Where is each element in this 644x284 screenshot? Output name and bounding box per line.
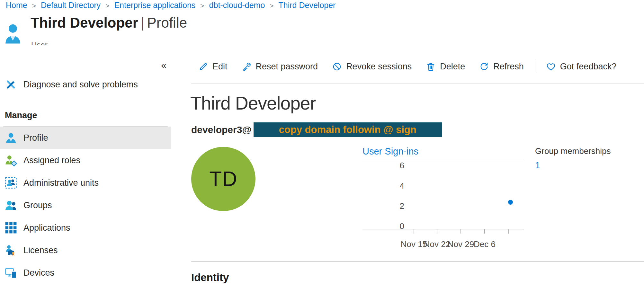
trash-icon [426,62,436,72]
tools-icon [5,78,17,91]
grid-icon [5,222,17,234]
edit-button[interactable]: Edit [191,62,235,72]
revoke-sessions-button-label: Revoke sessions [346,62,412,72]
y-axis-tick-label: 2 [362,201,404,211]
got-feedback-button-label: Got feedback? [560,62,617,72]
breadcrumb-separator: > [270,1,273,10]
group-memberships-widget: Group memberships 1 [535,146,611,171]
edit-button-label: Edit [212,62,228,72]
user-avatar-icon [4,22,21,44]
x-axis-tick [414,229,414,234]
sidebar-collapse-button[interactable]: « [161,60,166,70]
sidebar: « Diagnose and solve problems Manage Pro… [0,45,171,284]
page-title: Third Developer|Profile [31,15,187,31]
x-axis-tick [437,229,437,234]
breadcrumb-enterprise-applications[interactable]: Enterprise applications [114,1,195,10]
delete-button-label: Delete [440,62,465,72]
page-title-view: Profile [147,15,187,31]
refresh-icon [479,62,489,72]
reset-password-button-label: Reset password [256,62,318,72]
pencil-icon [198,62,208,72]
x-axis-tick [484,229,485,234]
sidebar-item-label: Administrative units [23,178,99,188]
sidebar-item-label: Groups [23,200,52,210]
x-axis-tick [508,229,509,234]
sidebar-item-label: Devices [23,268,54,278]
identity-section-heading: Identity [191,271,229,284]
sidebar-item-label: Assigned roles [23,155,80,165]
sidebar-item-administrative-units[interactable]: Administrative units [0,172,171,194]
breadcrumb-separator: > [200,1,204,10]
page-title-name: Third Developer [31,15,138,31]
x-axis-tick-label: Dec 6 [474,239,496,249]
page-title-separator: | [138,15,147,31]
key-icon [242,62,252,72]
refresh-button-label: Refresh [493,62,524,72]
y-axis-tick-label: 4 [362,181,404,191]
refresh-button[interactable]: Refresh [472,62,531,72]
sidebar-item-applications[interactable]: Applications [0,217,171,239]
command-bar: Edit Reset password Revoke sessions Dele… [191,58,644,75]
section-divider [191,261,644,262]
x-axis-tick-label: Nov 22 [424,239,450,249]
group-memberships-count-link[interactable]: 1 [535,160,611,171]
license-icon [5,244,17,256]
user-principal-name: developer3@ copy domain followin @ sign [191,122,442,137]
admin-units-icon [5,177,17,189]
sidebar-item-diagnose[interactable]: Diagnose and solve problems [0,74,171,95]
heart-icon [546,62,556,72]
x-axis-tick [461,229,461,234]
sidebar-item-groups[interactable]: Groups [0,194,171,217]
breadcrumb: Home > Default Directory > Enterprise ap… [6,1,335,10]
sidebar-item-assigned-roles[interactable]: Assigned roles [0,149,171,172]
reset-password-button[interactable]: Reset password [235,62,325,72]
avatar: TD [191,147,255,211]
delete-button[interactable]: Delete [419,62,472,72]
person-cube-icon [5,154,17,166]
sidebar-item-label: Profile [23,133,48,143]
y-axis-tick-label: 0 [362,221,404,231]
x-axis [362,229,524,229]
y-axis-tick-label: 6 [362,161,404,170]
revoke-sessions-button[interactable]: Revoke sessions [325,62,419,72]
breadcrumb-home[interactable]: Home [6,1,27,10]
chart-title-underline [362,160,524,160]
breadcrumb-default-directory[interactable]: Default Directory [41,1,101,10]
toolbar-divider [191,83,644,84]
sidebar-item-licenses[interactable]: Licenses [0,239,171,262]
profile-name-heading: Third Developer [190,93,316,114]
x-axis-tick-label: Nov 15 [401,239,427,249]
email-prefix: developer3@ [191,124,252,135]
redacted-domain-note: copy domain followin @ sign [254,122,442,137]
sidebar-item-label: Diagnose and solve problems [23,80,138,90]
sidebar-item-label: Licenses [23,245,58,255]
people-icon [5,199,17,211]
person-icon [5,132,17,144]
breadcrumb-separator: > [32,1,36,10]
breadcrumb-third-developer[interactable]: Third Developer [279,1,336,10]
block-icon [332,62,342,72]
user-sign-ins-link[interactable]: User Sign-ins [362,146,418,157]
sidebar-item-label: Applications [23,223,70,233]
sidebar-item-devices[interactable]: Devices [0,262,171,284]
toolbar-separator [535,59,535,74]
devices-icon [5,267,17,279]
user-sign-ins-chart: User Sign-ins 6 4 2 0 Nov 15 Nov 22 Nov … [362,146,524,254]
x-axis-tick-label: Nov 29 [448,239,474,249]
sign-in-data-point [508,200,513,205]
breadcrumb-dbt-cloud-demo[interactable]: dbt-cloud-demo [209,1,265,10]
group-memberships-label: Group memberships [535,146,611,156]
sidebar-section-manage: Manage [5,111,171,120]
breadcrumb-separator: > [105,1,109,10]
got-feedback-button[interactable]: Got feedback? [539,62,624,72]
sidebar-item-profile[interactable]: Profile [0,127,171,149]
